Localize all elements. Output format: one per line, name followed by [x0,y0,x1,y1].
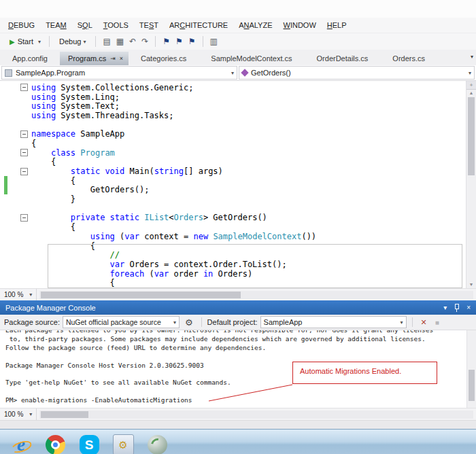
code-line: using System.Collections.Generic; [0,83,476,92]
stop-icon[interactable]: ■ [432,319,442,326]
code-text: { [31,241,95,251]
code-line: { [0,139,476,148]
menu-item-team[interactable]: TEAM [40,20,72,31]
scroll-down-icon[interactable]: ▼ [466,281,476,288]
default-project-dropdown[interactable]: SampleApp ▾ [260,316,407,328]
console-status-bar: 100 % ▾ [0,408,476,420]
skype-icon[interactable]: S [78,434,101,454]
code-line: { [0,241,476,251]
properties-window-icon[interactable]: ▦ [114,37,126,46]
package-manager-console-titlebar[interactable]: Package Manager Console ▾ × [0,300,476,315]
solution-configurations-dropdown[interactable]: Debug ▾ [54,36,91,47]
tab-label: SampleModelContext.cs [211,54,292,63]
code-text: { [31,176,75,186]
console-output[interactable]: Each package is licensed to you by its o… [0,330,476,408]
window-titlebar [0,0,476,18]
code-text: // [31,250,120,260]
scrollbar-thumb[interactable] [468,97,475,175]
code-text: foreach (var order in Orders) [31,269,252,279]
system-tools-icon[interactable]: ⚙ [112,434,135,454]
package-source-label: Package source: [4,318,60,326]
close-icon[interactable]: × [466,304,471,311]
code-line: var Orders = context.Order.ToList(); [0,260,476,269]
console-vertical-scrollbar[interactable] [466,330,476,408]
redo-icon[interactable]: ↷ [139,37,151,46]
console-line: Follow the package source (feed) URL to … [5,344,476,353]
tab-categories-cs[interactable]: Categories.cs [129,52,199,65]
chevron-down-icon: ▾ [83,39,86,45]
package-manager-console-toolbar: Package source: NuGet official package s… [0,315,476,330]
change-bar [4,186,7,195]
menu-item-architecture[interactable]: ARCHITECTURE [164,20,233,31]
menu-item-analyze[interactable]: ANALYZE [233,20,277,31]
code-text: static void Main(string[] args) [31,167,223,176]
internet-explorer-icon[interactable]: e [10,434,33,454]
menu-item-window[interactable]: WINDOW [278,20,322,31]
scrollbar-thumb[interactable] [41,411,88,418]
code-text: { [31,222,75,232]
console-zoom-value: 100 % [4,411,23,418]
watch-window-icon[interactable]: ▥ [207,37,220,46]
package-source-dropdown[interactable]: NuGet official package source ▾ [63,316,180,328]
console-horizontal-scrollbar[interactable] [39,411,473,419]
output-window-icon[interactable]: ⚑ [173,37,186,46]
breakpoints-window-icon[interactable]: ⚑ [160,37,173,46]
menu-item-tools[interactable]: TOOLS [98,20,134,31]
fold-toggle-icon[interactable] [20,84,28,91]
tab-program-cs[interactable]: Program.cs⇥× [60,52,129,65]
fold-toggle-icon[interactable] [20,149,28,156]
immediate-window-icon[interactable]: ⚑ [186,37,199,46]
code-text: GetOrders(); [31,185,149,194]
chevron-down-icon: ▾ [231,70,234,76]
scrollbar-thumb[interactable] [469,370,475,401]
code-line: foreach (var order in Orders) [0,269,476,279]
fold-toggle-icon[interactable] [20,130,28,138]
toolbar-separator [412,317,413,327]
fold-toggle-icon[interactable] [20,214,28,222]
chevron-down-icon: ▾ [29,292,32,298]
clear-console-icon[interactable]: ✕ [418,318,430,327]
pin-icon[interactable] [454,303,460,312]
solution-windows-icon[interactable]: ▤ [100,37,113,46]
close-tab-icon[interactable]: × [120,55,123,62]
tab-app-config[interactable]: App.config [0,52,60,65]
tab-orders-cs[interactable]: Orders.cs [380,52,437,65]
toolbar-separator [49,36,50,47]
member-dropdown[interactable]: GetOrders() ▾ [239,66,475,80]
gear-icon[interactable]: ⚙ [182,317,196,328]
scroll-up-icon[interactable]: ▲ [466,90,476,97]
splitter-grip-icon[interactable]: ＋ [466,81,476,90]
keep-open-icon[interactable]: ⇥ [110,55,116,62]
code-editor[interactable]: using System.Collections.Generic;using S… [0,81,476,288]
menu-bar: DEBUGTEAMSQLTOOLSTESTARCHITECTUREANALYZE… [0,18,476,33]
tab-orderdetails-cs[interactable]: OrderDetails.cs [305,52,381,65]
start-debug-button[interactable]: ▶ Start ▾ [5,36,45,47]
code-line: { [0,158,476,167]
media-app-icon[interactable] [146,434,169,454]
chevron-down-icon: ▾ [469,70,471,76]
undo-icon[interactable]: ↶ [126,37,139,46]
editor-vertical-scrollbar[interactable]: ＋ ▲ ▼ [466,81,476,288]
menu-item-help[interactable]: HELP [322,20,352,31]
fold-toggle-icon[interactable] [20,168,28,175]
window-position-icon[interactable]: ▾ [443,304,447,311]
editor-zoom-dropdown[interactable]: 100 % ▾ [0,289,37,300]
scrollbar-thumb[interactable] [41,292,240,298]
tab-samplemodelcontext-cs[interactable]: SampleModelContext.cs [199,52,304,65]
editor-horizontal-scrollbar[interactable] [39,291,473,299]
menu-item-sql[interactable]: SQL [72,20,98,31]
code-line [0,204,476,213]
code-text: { [31,139,36,148]
code-line [0,120,476,130]
menu-item-debug[interactable]: DEBUG [3,20,40,31]
class-icon [5,69,12,77]
chevron-down-icon: ▾ [173,319,176,326]
chrome-icon[interactable] [44,434,67,454]
code-text: using System.Text; [31,101,120,111]
menu-item-test[interactable]: TEST [134,20,164,31]
document-list-chevron-icon[interactable]: ▾ [471,54,473,60]
standard-toolbar: ▶ Start ▾ Debug ▾ ▤▦↶↷⚑⚑⚑▥ [0,33,476,50]
console-zoom-dropdown[interactable]: 100 % ▾ [0,408,37,420]
panel-title-buttons: ▾ × [443,303,471,312]
type-dropdown[interactable]: SampleApp.Program ▾ [1,66,237,80]
